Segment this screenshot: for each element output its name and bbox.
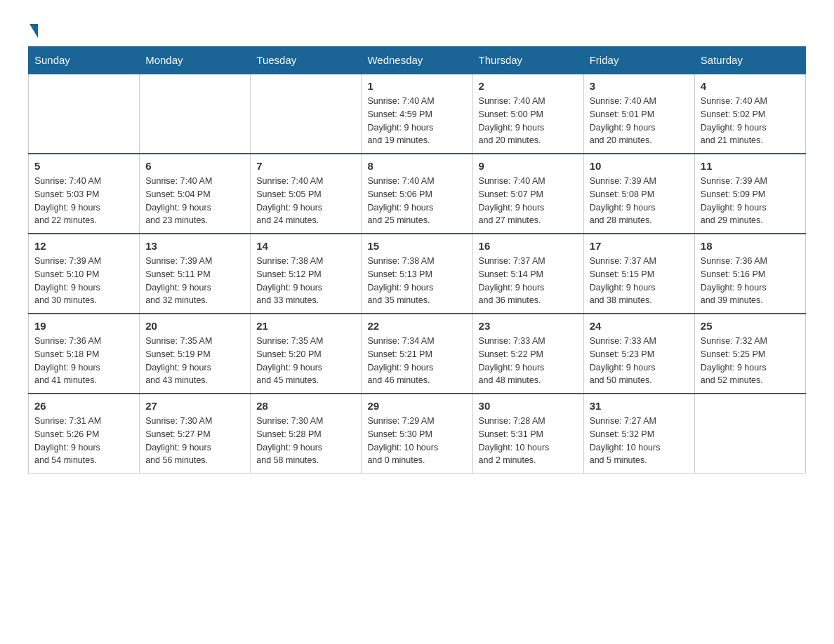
day-number: 7 [256,160,355,172]
weekday-header-tuesday: Tuesday [251,47,362,74]
calendar-cell: 28Sunrise: 7:30 AM Sunset: 5:28 PM Dayli… [251,394,362,474]
day-info: Sunrise: 7:39 AM Sunset: 5:10 PM Dayligh… [34,255,133,307]
week-row-5: 26Sunrise: 7:31 AM Sunset: 5:26 PM Dayli… [29,394,806,474]
calendar-cell: 8Sunrise: 7:40 AM Sunset: 5:06 PM Daylig… [362,154,472,234]
calendar-cell: 5Sunrise: 7:40 AM Sunset: 5:03 PM Daylig… [29,154,140,234]
calendar-cell: 2Sunrise: 7:40 AM Sunset: 5:00 PM Daylig… [472,74,583,154]
day-info: Sunrise: 7:39 AM Sunset: 5:09 PM Dayligh… [701,175,800,227]
calendar-cell: 12Sunrise: 7:39 AM Sunset: 5:10 PM Dayli… [29,234,140,314]
day-number: 14 [256,240,355,252]
day-number: 8 [367,160,466,172]
day-number: 31 [590,400,689,412]
calendar-cell: 6Sunrise: 7:40 AM Sunset: 5:04 PM Daylig… [140,154,251,234]
calendar-cell: 21Sunrise: 7:35 AM Sunset: 5:20 PM Dayli… [251,314,362,394]
calendar-cell: 3Sunrise: 7:40 AM Sunset: 5:01 PM Daylig… [583,74,694,154]
weekday-header-wednesday: Wednesday [362,47,472,74]
day-info: Sunrise: 7:34 AM Sunset: 5:21 PM Dayligh… [367,335,466,387]
day-info: Sunrise: 7:40 AM Sunset: 5:00 PM Dayligh… [479,95,578,147]
calendar-cell: 14Sunrise: 7:38 AM Sunset: 5:12 PM Dayli… [251,234,362,314]
calendar-cell: 25Sunrise: 7:32 AM Sunset: 5:25 PM Dayli… [694,314,805,394]
calendar-cell: 17Sunrise: 7:37 AM Sunset: 5:15 PM Dayli… [583,234,694,314]
day-info: Sunrise: 7:29 AM Sunset: 5:30 PM Dayligh… [367,415,466,467]
calendar-cell: 1Sunrise: 7:40 AM Sunset: 4:59 PM Daylig… [362,74,472,154]
day-info: Sunrise: 7:40 AM Sunset: 5:07 PM Dayligh… [479,175,578,227]
day-info: Sunrise: 7:40 AM Sunset: 5:02 PM Dayligh… [701,95,800,147]
calendar-cell: 22Sunrise: 7:34 AM Sunset: 5:21 PM Dayli… [362,314,472,394]
day-number: 4 [701,80,800,92]
calendar-cell: 9Sunrise: 7:40 AM Sunset: 5:07 PM Daylig… [472,154,583,234]
weekday-header-row: SundayMondayTuesdayWednesdayThursdayFrid… [29,47,806,74]
calendar-cell: 31Sunrise: 7:27 AM Sunset: 5:32 PM Dayli… [583,394,694,474]
day-info: Sunrise: 7:37 AM Sunset: 5:15 PM Dayligh… [590,255,689,307]
calendar-cell: 11Sunrise: 7:39 AM Sunset: 5:09 PM Dayli… [694,154,805,234]
logo [28,21,38,32]
day-info: Sunrise: 7:39 AM Sunset: 5:08 PM Dayligh… [590,175,689,227]
calendar-cell: 10Sunrise: 7:39 AM Sunset: 5:08 PM Dayli… [583,154,694,234]
calendar-cell [694,394,805,474]
day-number: 29 [367,400,466,412]
week-row-1: 1Sunrise: 7:40 AM Sunset: 4:59 PM Daylig… [29,74,806,154]
day-info: Sunrise: 7:33 AM Sunset: 5:23 PM Dayligh… [590,335,689,387]
day-info: Sunrise: 7:40 AM Sunset: 5:01 PM Dayligh… [590,95,689,147]
day-info: Sunrise: 7:30 AM Sunset: 5:27 PM Dayligh… [145,415,244,467]
day-info: Sunrise: 7:30 AM Sunset: 5:28 PM Dayligh… [256,415,355,467]
day-info: Sunrise: 7:31 AM Sunset: 5:26 PM Dayligh… [34,415,133,467]
calendar-cell: 30Sunrise: 7:28 AM Sunset: 5:31 PM Dayli… [472,394,583,474]
day-number: 15 [367,240,466,252]
calendar-cell: 19Sunrise: 7:36 AM Sunset: 5:18 PM Dayli… [29,314,140,394]
day-info: Sunrise: 7:36 AM Sunset: 5:18 PM Dayligh… [34,335,133,387]
day-info: Sunrise: 7:27 AM Sunset: 5:32 PM Dayligh… [590,415,689,467]
calendar-cell: 24Sunrise: 7:33 AM Sunset: 5:23 PM Dayli… [583,314,694,394]
calendar-cell: 29Sunrise: 7:29 AM Sunset: 5:30 PM Dayli… [362,394,472,474]
week-row-3: 12Sunrise: 7:39 AM Sunset: 5:10 PM Dayli… [29,234,806,314]
calendar-cell [29,74,140,154]
day-number: 10 [590,160,689,172]
day-info: Sunrise: 7:38 AM Sunset: 5:12 PM Dayligh… [256,255,355,307]
day-info: Sunrise: 7:40 AM Sunset: 5:05 PM Dayligh… [256,175,355,227]
day-number: 20 [145,320,244,332]
week-row-2: 5Sunrise: 7:40 AM Sunset: 5:03 PM Daylig… [29,154,806,234]
day-number: 12 [34,240,133,252]
day-number: 19 [34,320,133,332]
day-number: 28 [256,400,355,412]
day-info: Sunrise: 7:32 AM Sunset: 5:25 PM Dayligh… [701,335,800,387]
calendar-table: SundayMondayTuesdayWednesdayThursdayFrid… [28,46,806,474]
day-info: Sunrise: 7:40 AM Sunset: 5:03 PM Dayligh… [34,175,133,227]
weekday-header-thursday: Thursday [472,47,583,74]
logo-arrow-icon [29,24,38,38]
calendar-cell [140,74,251,154]
day-number: 22 [367,320,466,332]
day-number: 23 [479,320,578,332]
day-number: 24 [590,320,689,332]
calendar-cell: 20Sunrise: 7:35 AM Sunset: 5:19 PM Dayli… [140,314,251,394]
calendar-cell [251,74,362,154]
day-info: Sunrise: 7:40 AM Sunset: 5:04 PM Dayligh… [145,175,244,227]
day-number: 25 [701,320,800,332]
day-info: Sunrise: 7:28 AM Sunset: 5:31 PM Dayligh… [479,415,578,467]
day-info: Sunrise: 7:38 AM Sunset: 5:13 PM Dayligh… [367,255,466,307]
weekday-header-friday: Friday [583,47,694,74]
weekday-header-monday: Monday [140,47,251,74]
day-info: Sunrise: 7:37 AM Sunset: 5:14 PM Dayligh… [479,255,578,307]
calendar-cell: 18Sunrise: 7:36 AM Sunset: 5:16 PM Dayli… [694,234,805,314]
day-number: 18 [701,240,800,252]
page-header [28,21,806,32]
day-number: 27 [145,400,244,412]
day-number: 21 [256,320,355,332]
day-number: 17 [590,240,689,252]
day-number: 1 [367,80,466,92]
calendar-cell: 16Sunrise: 7:37 AM Sunset: 5:14 PM Dayli… [472,234,583,314]
day-info: Sunrise: 7:35 AM Sunset: 5:20 PM Dayligh… [256,335,355,387]
week-row-4: 19Sunrise: 7:36 AM Sunset: 5:18 PM Dayli… [29,314,806,394]
calendar-cell: 26Sunrise: 7:31 AM Sunset: 5:26 PM Dayli… [29,394,140,474]
day-info: Sunrise: 7:39 AM Sunset: 5:11 PM Dayligh… [145,255,244,307]
day-number: 2 [479,80,578,92]
day-number: 5 [34,160,133,172]
weekday-header-saturday: Saturday [694,47,805,74]
day-info: Sunrise: 7:33 AM Sunset: 5:22 PM Dayligh… [479,335,578,387]
calendar-cell: 7Sunrise: 7:40 AM Sunset: 5:05 PM Daylig… [251,154,362,234]
day-number: 11 [701,160,800,172]
day-info: Sunrise: 7:35 AM Sunset: 5:19 PM Dayligh… [145,335,244,387]
calendar-cell: 27Sunrise: 7:30 AM Sunset: 5:27 PM Dayli… [140,394,251,474]
calendar-cell: 4Sunrise: 7:40 AM Sunset: 5:02 PM Daylig… [694,74,805,154]
